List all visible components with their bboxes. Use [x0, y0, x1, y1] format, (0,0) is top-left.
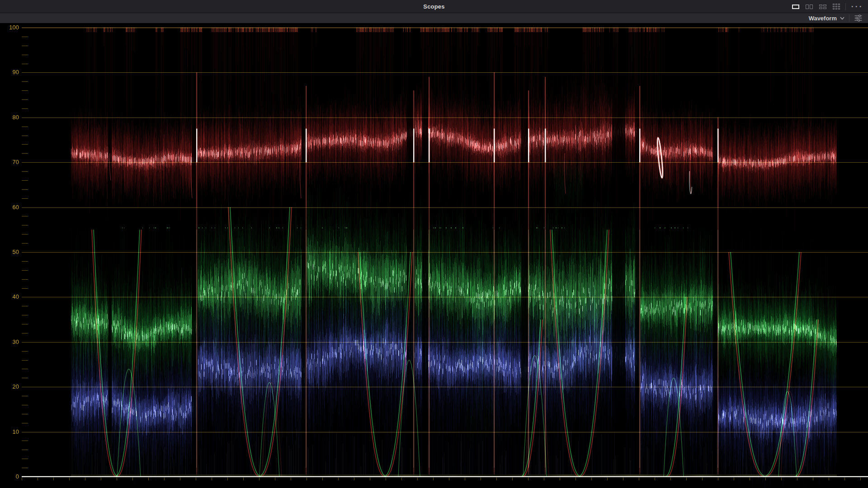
- toolbar-separator: [849, 14, 849, 22]
- sliders-icon: [854, 14, 863, 22]
- view-cell: [833, 6, 835, 7]
- scale-label-40: 40: [2, 293, 19, 300]
- view-cell: [833, 4, 835, 5]
- scale-label-100: 100: [2, 24, 19, 31]
- scale-label-10: 10: [2, 428, 19, 436]
- view-button-two-up-view[interactable]: [806, 5, 813, 9]
- scale-label-60: 60: [2, 204, 19, 211]
- view-cell: [833, 8, 835, 9]
- scale-label-20: 20: [2, 383, 19, 390]
- view-cell: [823, 5, 826, 6]
- toolbar-controls: Waveform: [809, 13, 863, 23]
- waveform-canvas: [0, 23, 868, 488]
- scope-type-label: Waveform: [809, 15, 837, 22]
- view-button-single-view[interactable]: [792, 5, 799, 9]
- scale-label-0: 0: [2, 473, 19, 480]
- scale-label-80: 80: [2, 114, 19, 121]
- view-cell: [838, 6, 840, 7]
- view-cell: [819, 5, 822, 6]
- view-cell: [835, 8, 837, 9]
- scale-label-50: 50: [2, 249, 19, 256]
- scale-label-70: 70: [2, 159, 19, 166]
- scope-settings-button[interactable]: [854, 14, 863, 22]
- window-title: Scopes: [423, 0, 444, 13]
- waveform-scope-display: 1009080706050403020100: [0, 23, 868, 488]
- view-cell: [838, 4, 840, 5]
- view-button-grid-view[interactable]: [833, 4, 840, 9]
- view-cell: [823, 7, 826, 9]
- scope-type-dropdown[interactable]: Waveform: [809, 15, 844, 22]
- titlebar-separator: [845, 3, 846, 10]
- titlebar-controls: • • •: [792, 0, 862, 13]
- view-cell: [835, 4, 837, 5]
- scale-label-30: 30: [2, 338, 19, 346]
- more-options-button[interactable]: • • •: [851, 0, 862, 13]
- scale-label-90: 90: [2, 69, 19, 76]
- view-layout-buttons: [792, 4, 840, 9]
- view-cell: [792, 5, 799, 9]
- view-button-four-up-view[interactable]: [819, 5, 826, 9]
- view-cell: [835, 6, 837, 7]
- titlebar: Scopes • • •: [0, 0, 868, 13]
- view-cell: [838, 8, 840, 9]
- view-cell: [819, 7, 822, 9]
- view-cell: [810, 5, 813, 9]
- chevron-down-icon: [840, 17, 844, 20]
- scope-toolbar: Waveform: [0, 13, 868, 23]
- view-cell: [806, 5, 809, 9]
